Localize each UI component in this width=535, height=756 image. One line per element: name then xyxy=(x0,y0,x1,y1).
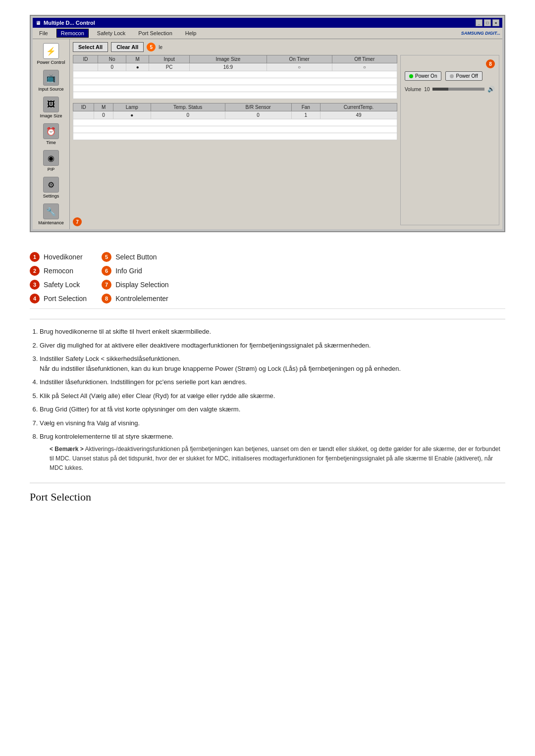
instruction-1: Brug hovedikonerne til at skifte til hve… xyxy=(40,327,505,337)
note-text: Aktiverings-/deaktiveringsfunktionen på … xyxy=(50,446,500,471)
cell: ● xyxy=(113,111,151,119)
col-current-temp: CurrentTemp. xyxy=(321,103,397,111)
instruction-6: Brug Grid (Gitter) for at få vist korte … xyxy=(40,404,505,414)
badge-2: 2 xyxy=(30,266,40,276)
title-bar: 🖥 Multiple D... Control _ □ × xyxy=(33,18,502,28)
table-row xyxy=(73,133,397,140)
menu-bar: File Remocon Safety Lock Port Selection … xyxy=(33,28,502,39)
volume-icon: 🔊 xyxy=(487,86,495,93)
badge-8: 8 xyxy=(486,59,495,68)
legend-left: 1 Hovedikoner 2 Remocon 3 Safety Lock 4 … xyxy=(30,252,87,303)
sidebar: ⚡ Power Control 📺 Input Source 🖼 Image S… xyxy=(33,39,70,229)
volume-fill xyxy=(432,88,448,91)
pip-icon: ◉ xyxy=(43,150,59,166)
cell xyxy=(73,63,98,71)
table-row xyxy=(73,71,397,78)
legend-label-1: Hovedikoner xyxy=(44,253,83,261)
sidebar-label-power: Power Control xyxy=(37,60,65,65)
instruction-2: Giver dig mulighed for at aktivere eller… xyxy=(40,341,505,351)
table-row xyxy=(73,119,397,126)
instruction-8-text: Brug kontrolelementerne til at styre skæ… xyxy=(40,433,173,440)
cell: ○ xyxy=(332,63,397,71)
instruction-3-text: Indstiller Safety Lock < sikkerhedslåsef… xyxy=(40,355,401,372)
legend-item-1: 1 Hovedikoner xyxy=(30,252,87,262)
instruction-4-text: Indstiller låsefunktionen. Indstillingen… xyxy=(40,378,247,386)
legend-item-4: 4 Port Selection xyxy=(30,294,87,303)
sidebar-item-power[interactable]: ⚡ Power Control xyxy=(34,41,68,67)
power-on-label: Power On xyxy=(415,73,437,79)
sidebar-item-image[interactable]: 🖼 Image Size xyxy=(34,95,68,120)
menu-remocon[interactable]: Remocon xyxy=(56,29,89,38)
image-size-icon: 🖼 xyxy=(43,97,59,112)
divider xyxy=(30,319,505,319)
cell: ○ xyxy=(267,63,332,71)
instruction-1-text: Brug hovedikonerne til at skifte til hve… xyxy=(40,328,211,335)
volume-row: Volume 10 🔊 xyxy=(405,86,495,93)
sidebar-item-time[interactable]: ⏰ Time xyxy=(34,121,68,147)
close-button[interactable]: × xyxy=(492,19,499,26)
cell: ● xyxy=(126,63,149,71)
col-temp-status: Temp. Status xyxy=(151,103,225,111)
instruction-2-text: Giver dig mulighed for at aktivere eller… xyxy=(40,342,371,349)
legend-item-6: 6 Info Grid xyxy=(102,266,168,276)
menu-file[interactable]: File xyxy=(35,29,53,38)
badge-5-leg: 5 xyxy=(102,252,111,262)
legend-item-8: 8 Kontrolelementer xyxy=(102,294,168,303)
sidebar-item-maintenance[interactable]: 🔧 Maintenance xyxy=(34,202,68,227)
section-title: Port Selection xyxy=(30,491,505,504)
cell: 0 xyxy=(151,111,225,119)
clear-all-button[interactable]: Clear All xyxy=(111,42,144,52)
power-control-icon: ⚡ xyxy=(43,43,59,59)
volume-value: 10 xyxy=(424,87,429,92)
instruction-7: Vælg en visning fra Valg af visning. xyxy=(40,418,505,428)
power-off-dot xyxy=(450,74,454,78)
badge-3: 3 xyxy=(30,280,40,290)
col-id: ID xyxy=(73,55,98,63)
maximize-button[interactable]: □ xyxy=(484,19,491,26)
power-off-button[interactable]: Power Off xyxy=(445,71,482,81)
power-row: Power On Power Off xyxy=(405,71,495,81)
instruction-3: Indstiller Safety Lock < sikkerhedslåsef… xyxy=(40,354,505,373)
menu-port-selection[interactable]: Port Selection xyxy=(134,29,176,38)
table-row xyxy=(73,78,397,85)
legend-label-7: Display Selection xyxy=(115,281,168,289)
cell: 0 xyxy=(94,111,113,119)
upper-data-table: ID No M Input Image Size On Timer Off Ti… xyxy=(73,55,397,99)
power-on-button[interactable]: Power On xyxy=(405,71,441,81)
lower-grid: ID M Lamp Temp. Status B/R Sensor Fan Cu… xyxy=(73,103,397,140)
table-row: 0 ● PC 16:9 ○ ○ xyxy=(73,63,397,71)
col-m2: M xyxy=(94,103,113,111)
controls-panel: 8 Power On Power Off Volume xyxy=(400,55,499,225)
cell: 1 xyxy=(291,111,320,119)
lower-data-table: ID M Lamp Temp. Status B/R Sensor Fan Cu… xyxy=(73,103,397,140)
cell: 0 xyxy=(225,111,291,119)
col-off-timer: Off Timer xyxy=(332,55,397,63)
app-body: ⚡ Power Control 📺 Input Source 🖼 Image S… xyxy=(33,39,502,229)
badge-8-leg: 8 xyxy=(102,294,111,303)
instruction-6-text: Brug Grid (Gitter) for at få vist korte … xyxy=(40,405,240,413)
instruction-4: Indstiller låsefunktionen. Indstillingen… xyxy=(40,377,505,387)
cell xyxy=(73,111,94,119)
power-off-label: Power Off xyxy=(456,73,478,79)
sidebar-item-input[interactable]: 📺 Input Source xyxy=(34,68,68,94)
legend-item-7: 7 Display Selection xyxy=(102,280,168,290)
sidebar-label-pip: PIP xyxy=(48,167,55,172)
menu-safety-lock[interactable]: Safety Lock xyxy=(93,29,130,38)
select-all-button[interactable]: Select All xyxy=(73,42,108,52)
badge-7-inline: 7 xyxy=(73,217,82,226)
col-fan: Fan xyxy=(291,103,320,111)
sidebar-item-pip[interactable]: ◉ PIP xyxy=(34,148,68,174)
sidebar-item-settings[interactable]: ⚙ Settings xyxy=(34,175,68,201)
upper-grid: ID No M Input Image Size On Timer Off Ti… xyxy=(73,55,397,99)
menu-help[interactable]: Help xyxy=(181,29,201,38)
app-title: Multiple D... Control xyxy=(44,20,95,26)
legend-label-6: Info Grid xyxy=(115,267,142,275)
volume-slider[interactable] xyxy=(432,88,484,91)
instruction-5: Klik på Select All (Vælg alle) eller Cle… xyxy=(40,391,505,401)
badge-1: 1 xyxy=(30,252,40,262)
legend-label-4: Port Selection xyxy=(44,295,87,302)
instructions-list: Brug hovedikonerne til at skifte til hve… xyxy=(30,327,505,473)
settings-icon: ⚙ xyxy=(43,177,59,193)
table-row xyxy=(73,85,397,92)
minimize-button[interactable]: _ xyxy=(476,19,482,26)
